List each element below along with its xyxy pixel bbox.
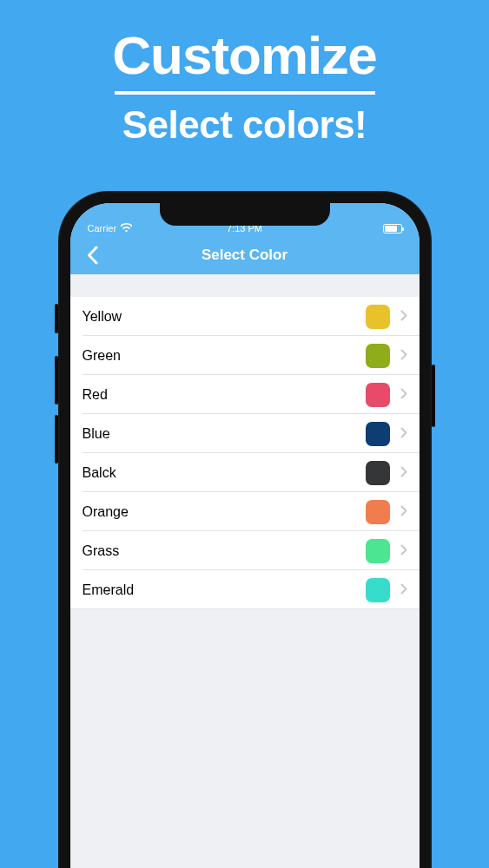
carrier-label: Carrier xyxy=(88,223,117,233)
status-left: Carrier xyxy=(88,223,133,233)
color-row[interactable]: Grass xyxy=(70,531,420,570)
chevron-right-icon xyxy=(400,387,407,403)
phone-volume-up xyxy=(55,356,58,404)
color-label: Yellow xyxy=(83,309,366,325)
back-button[interactable] xyxy=(77,236,109,274)
color-label: Balck xyxy=(83,465,366,481)
promo-subtitle: Select colors! xyxy=(0,103,489,147)
color-label: Grass xyxy=(83,543,366,559)
color-row[interactable]: Orange xyxy=(70,492,420,531)
wifi-icon xyxy=(121,223,132,233)
chevron-right-icon xyxy=(400,582,407,598)
promo-title: Customize xyxy=(0,24,489,86)
color-row[interactable]: Red xyxy=(70,375,420,414)
chevron-right-icon xyxy=(400,426,407,442)
promo-divider xyxy=(115,91,375,95)
battery-icon xyxy=(383,224,402,233)
list-header-spacer xyxy=(70,274,420,297)
color-swatch xyxy=(366,344,390,368)
chevron-right-icon xyxy=(400,543,407,559)
color-swatch xyxy=(366,500,390,524)
color-swatch xyxy=(366,578,390,602)
phone-frame: Carrier 7:13 PM Select Color YellowGreen… xyxy=(58,191,432,868)
color-row[interactable]: Yellow xyxy=(70,297,420,336)
phone-power-button xyxy=(432,365,435,427)
promo-heading: Customize Select colors! xyxy=(0,0,489,147)
status-right xyxy=(383,224,402,233)
nav-bar: Select Color xyxy=(70,236,420,274)
color-swatch xyxy=(366,461,390,485)
color-row[interactable]: Blue xyxy=(70,414,420,453)
color-label: Orange xyxy=(83,504,366,520)
color-label: Green xyxy=(83,348,366,364)
color-label: Emerald xyxy=(83,582,366,598)
color-row[interactable]: Balck xyxy=(70,453,420,492)
phone-screen: Carrier 7:13 PM Select Color YellowGreen… xyxy=(70,203,420,868)
color-row[interactable]: Emerald xyxy=(70,570,420,609)
chevron-right-icon xyxy=(400,309,407,325)
chevron-right-icon xyxy=(400,348,407,364)
phone-volume-down xyxy=(55,415,58,464)
color-row[interactable]: Green xyxy=(70,336,420,375)
color-label: Red xyxy=(83,387,366,403)
nav-title: Select Color xyxy=(202,247,287,264)
color-swatch xyxy=(366,539,390,563)
color-swatch xyxy=(366,422,390,446)
phone-notch xyxy=(160,203,330,226)
chevron-right-icon xyxy=(400,504,407,520)
color-label: Blue xyxy=(83,426,366,442)
phone-mute-switch xyxy=(55,304,58,333)
color-swatch xyxy=(366,383,390,407)
color-swatch xyxy=(366,305,390,329)
chevron-left-icon xyxy=(87,246,98,265)
chevron-right-icon xyxy=(400,465,407,481)
color-list: YellowGreenRedBlueBalckOrangeGrassEmeral… xyxy=(70,274,420,609)
